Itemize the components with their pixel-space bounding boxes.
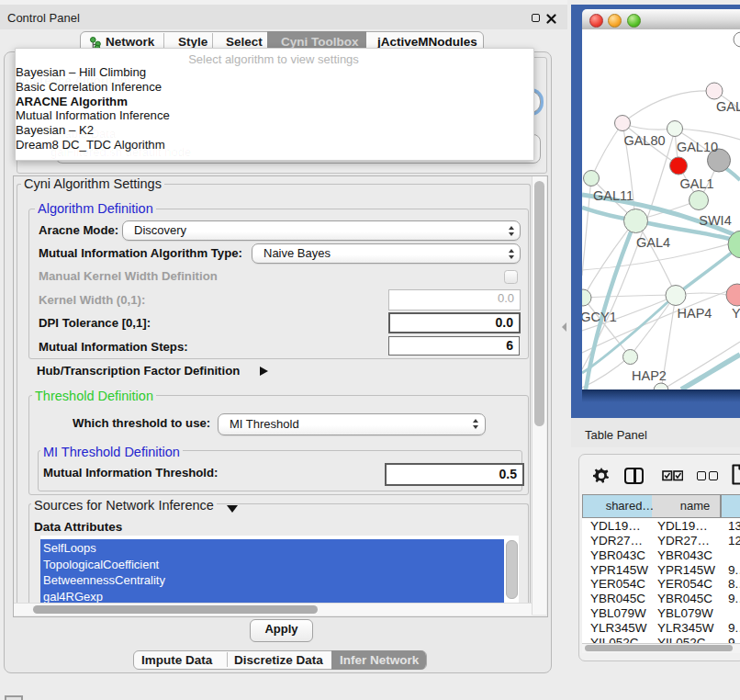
svg-text:GAL80: GAL80 — [623, 133, 665, 148]
svg-text:GAL7: GAL7 — [716, 99, 740, 114]
svg-text:HAP4: HAP4 — [678, 306, 712, 321]
svg-text:GAL10: GAL10 — [677, 140, 718, 154]
svg-text:GCY1: GCY1 — [582, 310, 617, 324]
svg-text:GAL1: GAL1 — [679, 176, 713, 191]
svg-text:SWI4: SWI4 — [699, 213, 731, 228]
svg-text:YML: YML — [732, 306, 740, 321]
svg-text:GAL11: GAL11 — [593, 188, 633, 203]
svg-text:HAP2: HAP2 — [632, 368, 667, 383]
svg-text:GAL4: GAL4 — [636, 235, 670, 250]
